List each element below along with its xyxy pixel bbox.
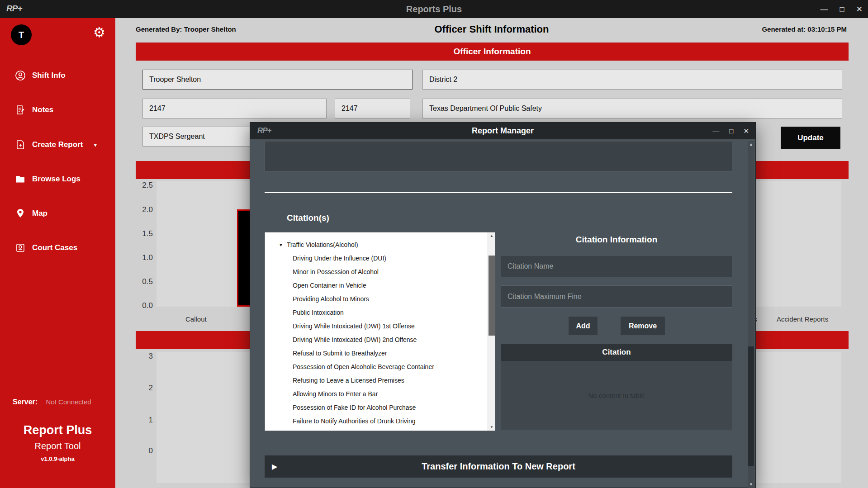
listbox-scrollbar[interactable]: ▲ ▼ bbox=[488, 232, 495, 431]
y-axis-tick: 2.0 bbox=[126, 205, 153, 214]
citation-list-item[interactable]: Possession of Open Alcoholic Beverage Co… bbox=[265, 360, 495, 374]
district-field[interactable] bbox=[422, 70, 842, 90]
citation-list-item[interactable]: Driving While Intoxicated (DWI) 1st Offe… bbox=[265, 319, 495, 333]
sidebar-item-label: Court Cases bbox=[32, 243, 77, 252]
scroll-up-icon[interactable]: ▲ bbox=[488, 234, 495, 238]
y-axis-tick: 2 bbox=[126, 384, 153, 393]
transfer-button-label: Transfer Information To New Report bbox=[265, 455, 732, 478]
app-titlebar: RP+ Reports Plus — □ ✕ bbox=[0, 0, 868, 18]
x-axis-label: Callout bbox=[185, 315, 207, 323]
server-status-row: Server: Not Connected bbox=[13, 398, 108, 409]
brand-block: Report Plus Report Tool v1.0.9-alpha bbox=[0, 423, 115, 462]
sidebar-item-label: Create Report bbox=[32, 140, 83, 149]
sidebar-item-court-cases[interactable]: Court Cases bbox=[0, 238, 115, 258]
citation-name-input[interactable] bbox=[501, 255, 732, 277]
sidebar-item-shift-info[interactable]: Shift Info bbox=[0, 66, 115, 85]
unit-number-field[interactable] bbox=[335, 99, 410, 118]
citation-table-body[interactable]: No content in table bbox=[501, 361, 732, 430]
report-manager-window: RP+ Report Manager — □ ✕ Citation(s) ▼Tr… bbox=[250, 122, 756, 488]
y-axis-tick: 0.0 bbox=[126, 301, 153, 310]
generated-at-label: Generated at: 03:10:15 PM bbox=[762, 25, 847, 33]
y-axis-tick: 1.0 bbox=[126, 253, 153, 262]
transfer-to-new-report-button[interactable]: ▶ Transfer Information To New Report bbox=[265, 455, 732, 478]
maximize-button[interactable]: □ bbox=[729, 128, 733, 134]
citation-list-item[interactable]: Allowing Minors to Enter a Bar bbox=[265, 387, 495, 401]
report-manager-title: Report Manager bbox=[250, 123, 755, 139]
citation-list-item[interactable]: Minor in Possession of Alcohol bbox=[265, 265, 495, 279]
chevron-down-icon: ▾ bbox=[94, 142, 97, 148]
citation-category-label: Traffic Violations(Alcohol) bbox=[287, 241, 358, 248]
window-controls: — □ ✕ bbox=[712, 123, 749, 139]
y-axis-tick: 1.5 bbox=[126, 229, 153, 238]
citation-list-item[interactable]: Driving While Intoxicated (DWI) 2nd Offe… bbox=[265, 333, 495, 346]
scrollbar-thumb[interactable] bbox=[748, 346, 754, 466]
brand-title: Report Plus bbox=[0, 423, 115, 437]
sidebar-item-label: Shift Info bbox=[32, 71, 66, 80]
sidebar-item-notes[interactable]: Notes bbox=[0, 100, 115, 120]
x-axis-label: Accident Reports bbox=[777, 315, 828, 323]
court-cases-icon bbox=[15, 242, 26, 253]
version-label: v1.0.9-alpha bbox=[0, 455, 115, 462]
sidebar-divider bbox=[4, 54, 112, 54]
page-title: Officer Shift Information bbox=[115, 24, 868, 35]
server-status: Not Connected bbox=[46, 398, 91, 406]
citation-list-item[interactable]: Refusing to Leave a Licensed Premises bbox=[265, 374, 495, 387]
minimize-button[interactable]: — bbox=[820, 5, 828, 13]
maximize-button[interactable]: □ bbox=[840, 5, 844, 13]
tree-expand-caret-icon[interactable]: ▼ bbox=[279, 242, 283, 247]
department-field[interactable] bbox=[422, 99, 842, 118]
sidebar: T ⚙ Shift Info Notes Create Report ▾ Bro… bbox=[0, 18, 115, 488]
citation-list-item[interactable]: Possession of Fake ID for Alcohol Purcha… bbox=[265, 401, 495, 414]
close-button[interactable]: ✕ bbox=[743, 128, 749, 134]
app-title: Reports Plus bbox=[0, 0, 868, 18]
close-button[interactable]: ✕ bbox=[856, 5, 863, 13]
y-axis-tick: 0 bbox=[126, 446, 153, 455]
folder-icon bbox=[15, 174, 26, 185]
minimize-button[interactable]: — bbox=[712, 128, 719, 134]
citation-tree-listbox[interactable]: ▼Traffic Violations(Alcohol) Driving Und… bbox=[265, 232, 495, 431]
citation-max-fine-input[interactable] bbox=[501, 285, 732, 308]
notes-textarea[interactable] bbox=[265, 142, 732, 172]
gear-icon[interactable]: ⚙ bbox=[93, 26, 105, 39]
remove-button[interactable]: Remove bbox=[621, 317, 665, 335]
person-icon bbox=[15, 70, 26, 81]
citation-list-item[interactable]: Driving Under the Influence (DUI) bbox=[265, 251, 495, 265]
sidebar-item-label: Notes bbox=[32, 105, 53, 114]
citation-category-row[interactable]: ▼Traffic Violations(Alcohol) bbox=[265, 238, 495, 251]
map-pin-icon bbox=[15, 208, 26, 219]
create-report-icon bbox=[15, 139, 26, 150]
modal-scrollbar[interactable]: ▲ ▼ bbox=[748, 141, 754, 488]
sidebar-item-browse-logs[interactable]: Browse Logs bbox=[0, 169, 115, 189]
scroll-up-icon[interactable]: ▲ bbox=[748, 142, 754, 147]
sidebar-item-label: Map bbox=[32, 209, 47, 218]
citation-information-heading: Citation Information bbox=[501, 235, 732, 245]
badge-number-field[interactable] bbox=[142, 99, 327, 118]
section-divider bbox=[265, 192, 732, 193]
citations-heading: Citation(s) bbox=[287, 213, 329, 223]
user-avatar[interactable]: T bbox=[11, 24, 32, 45]
sidebar-item-create-report[interactable]: Create Report ▾ bbox=[0, 135, 115, 155]
notes-icon bbox=[15, 104, 26, 115]
citation-list-item[interactable]: Open Container in Vehicle bbox=[265, 279, 495, 292]
scroll-down-icon[interactable]: ▼ bbox=[748, 482, 754, 487]
add-button[interactable]: Add bbox=[569, 317, 598, 335]
citation-table-header: Citation bbox=[501, 344, 732, 361]
y-axis-tick: 0.5 bbox=[126, 277, 153, 286]
server-label: Server: bbox=[13, 398, 38, 406]
citation-list-item[interactable]: Public Intoxication bbox=[265, 306, 495, 319]
officer-name-field[interactable] bbox=[142, 70, 413, 90]
sidebar-divider bbox=[4, 419, 112, 419]
report-manager-titlebar[interactable]: RP+ Report Manager — □ ✕ bbox=[250, 123, 755, 139]
y-axis-tick: 3 bbox=[126, 352, 153, 361]
update-button[interactable]: Update bbox=[781, 127, 840, 149]
brand-subtitle: Report Tool bbox=[0, 441, 115, 451]
scroll-down-icon[interactable]: ▼ bbox=[488, 425, 495, 429]
citation-list-item[interactable]: Failure to Notify Authorities of Drunk D… bbox=[265, 414, 495, 428]
sidebar-item-map[interactable]: Map bbox=[0, 204, 115, 223]
scrollbar-thumb[interactable] bbox=[489, 256, 495, 336]
y-axis-tick: 2.5 bbox=[126, 181, 153, 190]
empty-table-message: No content in table bbox=[501, 392, 732, 399]
citation-list-item[interactable]: Providing Alcohol to Minors bbox=[265, 292, 495, 306]
officer-information-banner: Officer Information bbox=[136, 43, 849, 61]
citation-list-item[interactable]: Refusal to Submit to Breathalyzer bbox=[265, 346, 495, 360]
